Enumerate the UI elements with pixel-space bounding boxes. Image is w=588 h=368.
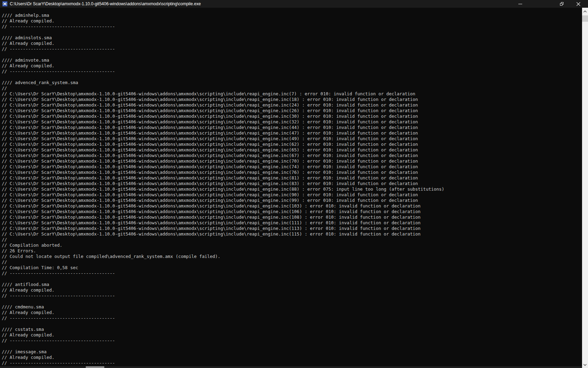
- console-line: // C:\Users\Dr ScarY\Desktop\amxmodx-1.1…: [2, 226, 582, 231]
- restore-icon: [560, 2, 564, 6]
- console-text: //// adminhelp.sma// Already compiled.//…: [0, 8, 582, 366]
- console-line: [2, 52, 582, 57]
- console-line: //// advenced_rank_system.sma: [2, 80, 582, 86]
- console-line: // C:\Users\Dr ScarY\Desktop\amxmodx-1.1…: [2, 142, 582, 147]
- console-line: // -------------------------------------…: [2, 360, 582, 366]
- console-line: // C:\Users\Dr ScarY\Desktop\amxmodx-1.1…: [2, 220, 582, 226]
- compiler-app-icon: [2, 1, 7, 6]
- horizontal-scrollbar[interactable]: [0, 366, 582, 368]
- console-line: // C:\Users\Dr ScarY\Desktop\amxmodx-1.1…: [2, 175, 582, 181]
- chevron-down-icon: [583, 364, 587, 366]
- console-line: // C:\Users\Dr ScarY\Desktop\amxmodx-1.1…: [2, 125, 582, 130]
- console-line: //// cmdmenu.sma: [2, 304, 582, 310]
- console-line: // C:\Users\Dr ScarY\Desktop\amxmodx-1.1…: [2, 147, 582, 153]
- console-line: // Compilation aborted.: [2, 243, 582, 248]
- console-line: // C:\Users\Dr ScarY\Desktop\amxmodx-1.1…: [2, 130, 582, 136]
- console-line: // Already compiled.: [2, 310, 582, 315]
- console-line: //// adminhelp.sma: [2, 13, 582, 18]
- console-line: // C:\Users\Dr ScarY\Desktop\amxmodx-1.1…: [2, 158, 582, 164]
- vertical-scrollbar-thumb[interactable]: [582, 15, 588, 22]
- minimize-button[interactable]: [512, 0, 528, 8]
- console-line: // C:\Users\Dr ScarY\Desktop\amxmodx-1.1…: [2, 119, 582, 125]
- console-line: //// antiflood.sma: [2, 282, 582, 287]
- console-line: [2, 29, 582, 35]
- console-line: // C:\Users\Dr ScarY\Desktop\amxmodx-1.1…: [2, 203, 582, 209]
- console-line: [2, 321, 582, 327]
- close-button[interactable]: [570, 0, 586, 8]
- console-line: // -------------------------------------…: [2, 69, 582, 74]
- console-line: // C:\Users\Dr ScarY\Desktop\amxmodx-1.1…: [2, 170, 582, 175]
- maximize-restore-button[interactable]: [554, 0, 570, 8]
- vertical-scrollbar[interactable]: [582, 8, 588, 368]
- console-line: // -------------------------------------…: [2, 46, 582, 52]
- console-line: //// adminslots.sma: [2, 35, 582, 41]
- console-line: // C:\Users\Dr ScarY\Desktop\amxmodx-1.1…: [2, 153, 582, 158]
- console-line: // C:\Users\Dr ScarY\Desktop\amxmodx-1.1…: [2, 108, 582, 114]
- console-line: // C:\Users\Dr ScarY\Desktop\amxmodx-1.1…: [2, 181, 582, 186]
- scroll-down-button[interactable]: [582, 362, 588, 368]
- console-line: [2, 343, 582, 349]
- minimize-icon: [518, 4, 522, 4]
- console-line: // Already compiled.: [2, 63, 582, 69]
- console-line: // C:\Users\Dr ScarY\Desktop\amxmodx-1.1…: [2, 231, 582, 237]
- console-line: // C:\Users\Dr ScarY\Desktop\amxmodx-1.1…: [2, 164, 582, 170]
- console-line: // 26 Errors.: [2, 248, 582, 254]
- titlebar: C:\Users\Dr ScarY\Desktop\amxmodx-1.10.0…: [0, 0, 588, 8]
- console-line: [2, 74, 582, 80]
- console-line: // C:\Users\Dr ScarY\Desktop\amxmodx-1.1…: [2, 192, 582, 198]
- console-line: // Already compiled.: [2, 18, 582, 24]
- console-line: // C:\Users\Dr ScarY\Desktop\amxmodx-1.1…: [2, 97, 582, 102]
- console-line: // C:\Users\Dr ScarY\Desktop\amxmodx-1.1…: [2, 198, 582, 203]
- window-title: C:\Users\Dr ScarY\Desktop\amxmodx-1.10.0…: [10, 1, 201, 6]
- console-line: [2, 299, 582, 304]
- close-icon: [576, 2, 580, 6]
- console-line: // C:\Users\Dr ScarY\Desktop\amxmodx-1.1…: [2, 209, 582, 214]
- console-line: // C:\Users\Dr ScarY\Desktop\amxmodx-1.1…: [2, 214, 582, 220]
- console-line: // C:\Users\Dr ScarY\Desktop\amxmodx-1.1…: [2, 136, 582, 142]
- console-line: // Already compiled.: [2, 41, 582, 46]
- scroll-up-button[interactable]: [582, 8, 588, 14]
- console-line: [2, 276, 582, 282]
- chevron-up-icon: [583, 11, 587, 13]
- console-line: // -------------------------------------…: [2, 315, 582, 321]
- console-line: // Already compiled.: [2, 287, 582, 293]
- console-line: //: [2, 259, 582, 265]
- console-line: //// adminvote.sma: [2, 57, 582, 63]
- console-line: // C:\Users\Dr ScarY\Desktop\amxmodx-1.1…: [2, 114, 582, 119]
- console-line: // -------------------------------------…: [2, 338, 582, 343]
- console-line: // Already compiled.: [2, 332, 582, 338]
- console-line: //: [2, 86, 582, 91]
- console-output: //// adminhelp.sma// Already compiled.//…: [0, 8, 582, 368]
- console-line: //: [2, 237, 582, 243]
- console-line: // Could not locate output file compiled…: [2, 254, 582, 259]
- console-line: // Already compiled.: [2, 355, 582, 360]
- console-line: // -------------------------------------…: [2, 271, 582, 276]
- console-line: // C:\Users\Dr ScarY\Desktop\amxmodx-1.1…: [2, 91, 582, 97]
- console-line: //// imessage.sma: [2, 349, 582, 355]
- console-line: // C:\Users\Dr ScarY\Desktop\amxmodx-1.1…: [2, 186, 582, 192]
- console-line: //// csstats.sma: [2, 327, 582, 332]
- horizontal-scrollbar-thumb[interactable]: [86, 366, 104, 368]
- console-line: // Compilation Time: 0,58 sec: [2, 265, 582, 271]
- console-line: // -------------------------------------…: [2, 293, 582, 299]
- console-line: // -------------------------------------…: [2, 24, 582, 29]
- console-line: // C:\Users\Dr ScarY\Desktop\amxmodx-1.1…: [2, 102, 582, 108]
